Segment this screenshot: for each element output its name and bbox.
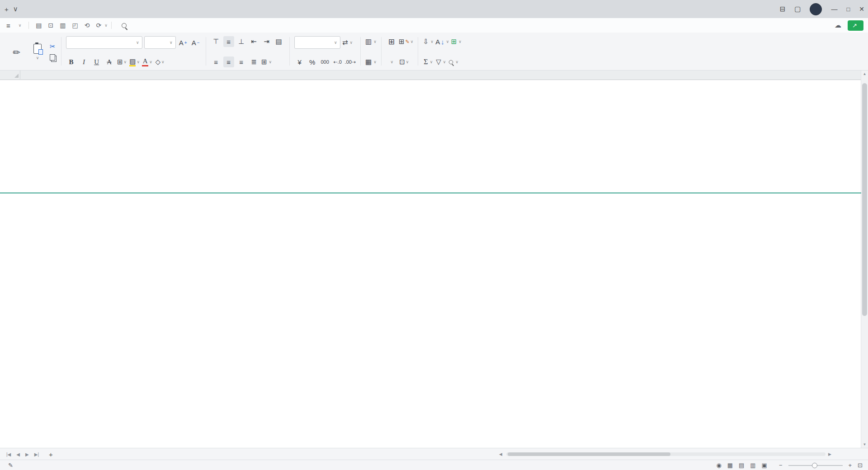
page-layout-view-icon[interactable]: ▥ (750, 462, 755, 469)
align-left-icon[interactable]: ≡ (211, 56, 222, 67)
export-icon[interactable]: ⊡ (45, 22, 57, 29)
save-icon[interactable]: ▤ (33, 22, 45, 29)
copy-icon[interactable] (50, 54, 55, 61)
grid-view-icon[interactable]: ▦ (727, 462, 733, 469)
workspace-icon[interactable]: ▢ (794, 5, 801, 13)
percent-format-icon[interactable]: % (307, 56, 318, 67)
tab-list-chevron-icon[interactable]: ∨ (13, 5, 18, 13)
vertical-scrollbar[interactable]: ▲ ▼ (861, 70, 868, 448)
strikethrough-button[interactable]: A (104, 56, 115, 67)
file-menu[interactable]: ∨ (13, 23, 25, 28)
decrease-font-button[interactable]: A− (190, 37, 201, 48)
grid-rows (0, 80, 861, 448)
increase-decimal-icon[interactable]: ⇠.0 (332, 56, 343, 67)
increase-indent-icon[interactable]: ⇥ (261, 36, 272, 47)
close-button[interactable]: ✕ (859, 5, 864, 13)
normal-view-icon[interactable]: ▤ (739, 462, 744, 469)
currency-format-icon[interactable]: ¥ (294, 56, 305, 67)
borders-button[interactable]: ⊞∨ (117, 56, 127, 67)
zoom-in-button[interactable]: + (849, 462, 852, 469)
cell-style-brush-icon[interactable]: ⊞✎∨ (399, 36, 413, 47)
column-headers (0, 70, 861, 80)
clear-format-button[interactable]: ◇∨ (155, 56, 165, 67)
decrease-indent-icon[interactable]: ⇤ (249, 36, 259, 47)
font-color-button[interactable]: A∨ (142, 56, 153, 67)
spreadsheet-area: ▲ ▼ (0, 70, 868, 448)
italic-button[interactable]: I (79, 56, 90, 67)
chevron-down-icon: ∨ (19, 23, 22, 28)
table-style-button[interactable]: ⊡∨ (399, 56, 410, 67)
zoom-out-button[interactable]: − (779, 462, 783, 469)
tab-layout-icon[interactable]: ⊟ (780, 5, 786, 13)
hscroll-right-icon[interactable]: ▶ (828, 452, 831, 456)
page-break-view-icon[interactable]: ▣ (762, 462, 767, 469)
fill-color-button[interactable]: ▨∨ (129, 56, 140, 67)
paste-button[interactable]: ∨ (27, 40, 48, 63)
first-sheet-icon[interactable]: |◀ (4, 452, 14, 457)
worksheet-button[interactable]: ▦∨ (365, 56, 377, 67)
add-sheet-button[interactable]: + (44, 451, 57, 458)
share-button[interactable]: ↗ (848, 20, 863, 31)
horizontal-scroll-thumb[interactable] (508, 452, 670, 456)
user-avatar[interactable] (810, 3, 822, 15)
sum-button[interactable]: Σ∨ (423, 56, 434, 67)
redo-chevron-icon[interactable]: ∨ (104, 23, 108, 28)
undo-icon[interactable]: ⟲ (81, 22, 93, 29)
prev-sheet-icon[interactable]: ◀ (14, 452, 23, 457)
font-name-select[interactable]: ∨ (66, 36, 142, 49)
fit-screen-icon[interactable]: ⊡ (858, 462, 863, 469)
print-preview-icon[interactable]: ◰ (69, 22, 81, 29)
cloud-sync-icon[interactable]: ☁ (835, 21, 841, 29)
comma-format-icon[interactable]: 000 (320, 56, 330, 67)
select-all-corner[interactable] (0, 70, 20, 79)
hscroll-left-icon[interactable]: ◀ (499, 452, 502, 456)
underline-button[interactable]: U (91, 56, 102, 67)
filter-button[interactable]: ▽∨ (435, 56, 446, 67)
format-painter-icon: ✏ (13, 47, 21, 58)
rows-columns-button[interactable]: ▥∨ (365, 36, 377, 47)
scroll-up-icon[interactable]: ▲ (861, 70, 868, 77)
zoom-slider-handle[interactable] (812, 463, 817, 468)
merge-cells-button[interactable]: ⊞∨ (261, 56, 272, 67)
freeze-pane-line (0, 193, 861, 193)
stamp-tool-icon[interactable]: ✎ (8, 462, 13, 469)
last-sheet-icon[interactable]: ▶| (32, 452, 42, 457)
convert-button[interactable]: ⇄∨ (342, 37, 353, 48)
vertical-scroll-thumb[interactable] (862, 83, 867, 316)
next-sheet-icon[interactable]: ▶ (23, 452, 32, 457)
redo-icon[interactable]: ⟳ (93, 22, 105, 29)
scroll-down-icon[interactable]: ▼ (861, 441, 868, 448)
zoom-slider[interactable] (788, 465, 843, 466)
hamburger-icon[interactable]: ≡ (6, 22, 10, 29)
bold-button[interactable]: B (66, 56, 77, 67)
find-button[interactable]: ∨ (448, 56, 459, 67)
align-bottom-icon[interactable]: ⊥ (236, 36, 247, 47)
decrease-decimal-icon[interactable]: .00⇢ (345, 56, 356, 67)
fill-button[interactable]: ⇩∨ (423, 36, 434, 47)
increase-font-button[interactable]: A+ (178, 37, 189, 48)
merge-borders-icon[interactable]: ⊞ (386, 36, 397, 47)
ribbon-toolbar: ✏ ∨ ✂ ∨ ∨ A+ A− B I U A ⊞∨ (0, 33, 868, 70)
horizontal-scrollbar[interactable] (506, 452, 826, 456)
freeze-button[interactable]: ⊞∨ (451, 36, 462, 47)
share-icon: ↗ (852, 22, 857, 29)
align-right-icon[interactable]: ≡ (236, 56, 247, 67)
conditional-format-button[interactable]: ∨ (386, 56, 397, 67)
sort-button[interactable]: A↓∨ (435, 36, 449, 47)
minimize-button[interactable]: — (831, 5, 837, 13)
font-size-select[interactable]: ∨ (144, 36, 176, 49)
justify-icon[interactable]: ≣ (249, 56, 259, 67)
align-top-icon[interactable]: ⊤ (211, 36, 222, 47)
cut-icon[interactable]: ✂ (50, 42, 56, 51)
align-middle-icon[interactable]: ≡ (223, 36, 234, 47)
align-center-icon[interactable]: ≡ (223, 56, 234, 67)
new-tab-button[interactable]: + (5, 5, 9, 13)
maximize-button[interactable]: □ (846, 6, 850, 13)
eye-protection-icon[interactable]: ◉ (716, 462, 721, 469)
wrap-text-button[interactable]: ▤ (274, 36, 285, 47)
window-tab-bar: + ∨ (0, 0, 868, 18)
number-format-select[interactable]: ∨ (294, 36, 340, 49)
format-painter-button[interactable]: ✏ (6, 43, 27, 60)
print-icon[interactable]: ▥ (57, 22, 69, 29)
search-icon[interactable] (122, 22, 127, 29)
